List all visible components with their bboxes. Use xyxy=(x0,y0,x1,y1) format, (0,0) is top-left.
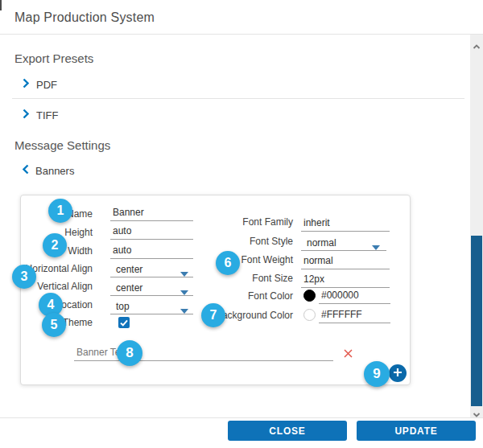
banners-back-link[interactable]: Banners xyxy=(23,163,74,178)
preset-tiff-label: TIFF xyxy=(36,109,58,121)
caret-down-icon xyxy=(372,241,380,253)
preset-row-divider xyxy=(12,98,464,99)
location-value: top xyxy=(116,301,130,312)
remove-banner-text-button[interactable] xyxy=(343,347,354,359)
header-divider xyxy=(0,34,483,35)
chevron-right-icon xyxy=(23,77,29,92)
font-family-label: Font Family xyxy=(162,216,293,228)
scrollbar[interactable] xyxy=(470,35,483,417)
footer-divider xyxy=(0,417,483,418)
close-button[interactable]: CLOSE xyxy=(228,421,347,441)
background-color-swatch[interactable] xyxy=(303,309,316,321)
banner-settings-panel: Name Height Width Horizontal Align cente… xyxy=(20,195,411,385)
preset-pdf-label: PDF xyxy=(36,79,57,91)
chevron-right-icon xyxy=(23,108,29,122)
callout-3: 3 xyxy=(12,265,36,289)
export-presets-heading: Export Presets xyxy=(14,51,93,65)
font-style-value: normal xyxy=(307,237,336,249)
callout-8: 8 xyxy=(117,340,142,366)
font-family-input[interactable] xyxy=(301,217,390,232)
map-production-system-dialog: Map Production System Export Presets PDF… xyxy=(0,0,483,448)
chevron-left-icon xyxy=(23,163,29,178)
callout-7: 7 xyxy=(201,303,225,327)
font-size-input[interactable] xyxy=(301,273,390,288)
horizontal-align-value: center xyxy=(116,264,142,275)
x-icon xyxy=(343,347,353,361)
banner-text-input[interactable] xyxy=(74,347,333,361)
callout-6: 6 xyxy=(216,251,240,275)
callout-5: 5 xyxy=(42,313,66,337)
banners-back-label: Banners xyxy=(35,165,74,177)
font-style-select[interactable]: normal xyxy=(301,236,386,251)
update-button[interactable]: UPDATE xyxy=(357,421,476,441)
check-icon xyxy=(120,315,128,330)
callout-9: 9 xyxy=(364,361,390,387)
callout-2: 2 xyxy=(43,233,67,257)
dialog-title: Map Production System xyxy=(14,10,155,25)
font-color-input[interactable] xyxy=(319,290,390,304)
scroll-up-arrow-icon[interactable] xyxy=(473,39,481,45)
font-weight-input[interactable] xyxy=(301,255,390,269)
plus-icon xyxy=(393,366,402,380)
add-banner-button[interactable] xyxy=(389,364,407,382)
theme-checkbox[interactable] xyxy=(118,317,130,328)
font-style-label: Font Style xyxy=(162,235,293,248)
scrollbar-thumb[interactable] xyxy=(471,236,482,406)
font-color-swatch[interactable] xyxy=(303,290,316,302)
message-settings-heading: Message Settings xyxy=(14,138,110,152)
preset-pdf-expander[interactable]: PDF xyxy=(23,77,57,92)
scroll-down-arrow-icon[interactable] xyxy=(473,407,481,413)
screen-edge-artifact xyxy=(0,0,2,10)
font-color-label: Font Color xyxy=(162,290,293,302)
vertical-align-value: center xyxy=(116,282,142,294)
preset-tiff-expander[interactable]: TIFF xyxy=(23,108,58,122)
background-color-label: Background Color xyxy=(162,309,293,322)
callout-1: 1 xyxy=(48,199,72,223)
background-color-input[interactable] xyxy=(319,309,390,323)
